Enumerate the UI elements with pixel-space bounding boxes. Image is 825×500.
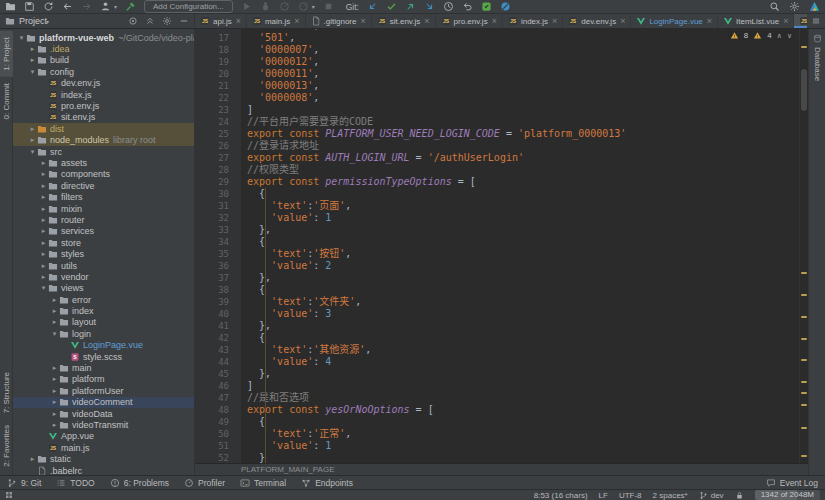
sync-icon[interactable] [43, 1, 54, 12]
tree-chevron-icon[interactable]: ▾ [28, 148, 37, 156]
close-tab-icon[interactable]: × [236, 17, 241, 25]
tree-chevron-icon[interactable]: ▸ [39, 193, 48, 201]
line-ending-indicator[interactable]: LF [599, 491, 608, 500]
close-tab-icon[interactable]: × [707, 17, 712, 25]
tree-chevron-icon[interactable]: ▸ [50, 387, 59, 395]
tree-chevron-icon[interactable]: ▸ [39, 159, 48, 167]
tree-chevron-icon[interactable]: ▾ [28, 68, 37, 76]
tab-api.js[interactable]: api.js× [195, 14, 247, 28]
toolwindow-button-0-Commit[interactable]: 0: Commit [0, 77, 13, 125]
tree-item-store[interactable]: ▸store [13, 237, 194, 248]
tab-commonConstants.js[interactable]: commonConstants.js× [794, 14, 807, 28]
debug-icon[interactable] [260, 1, 271, 12]
tree-item-sit.env.js[interactable]: sit.env.js [13, 112, 194, 123]
profiler-icon[interactable] [298, 1, 309, 12]
tree-item-config[interactable]: ▾config [13, 66, 194, 77]
tree-chevron-icon[interactable]: ▸ [28, 455, 37, 463]
tree-item-pro.env.js[interactable]: pro.env.js [13, 100, 194, 111]
tree-root[interactable]: ▾platform-vue-web ~/GitCode/video-platf [13, 32, 194, 43]
scrollbar-thumb[interactable] [801, 69, 807, 111]
locate-file-icon[interactable] [128, 16, 138, 26]
tree-chevron-icon[interactable]: ▾ [50, 330, 59, 338]
tree-chevron-icon[interactable]: ▸ [39, 216, 48, 224]
tree-chevron-icon[interactable]: ▸ [39, 273, 48, 281]
prev-problem-icon[interactable]: ∧ [777, 32, 782, 40]
tree-item-mixin[interactable]: ▸mixin [13, 203, 194, 214]
indent-indicator[interactable]: 2 spaces* [653, 491, 688, 500]
tree-item-LoginPage.vue[interactable]: LoginPage.vue [13, 340, 194, 351]
tree-chevron-icon[interactable]: ▸ [39, 170, 48, 178]
toolwindow-6-problems[interactable]: 6: Problems [110, 478, 169, 488]
tree-chevron-icon[interactable]: ▸ [50, 421, 59, 429]
build-icon[interactable] [125, 1, 136, 12]
run-icon[interactable] [241, 1, 252, 12]
close-tab-icon[interactable]: × [552, 17, 557, 25]
tree-item-videoComment[interactable]: ▸videoComment [13, 397, 194, 408]
tree-chevron-icon[interactable]: ▸ [50, 364, 59, 372]
toolwindow-button-7-Structure[interactable]: 7: Structure [0, 366, 13, 419]
toolwindow-profiler[interactable]: Profiler [184, 478, 225, 488]
toolwindow-terminal[interactable]: Terminal [240, 478, 286, 488]
toolwindow-button-database[interactable]: Database [810, 47, 825, 81]
plugin-green-icon[interactable] [481, 1, 492, 12]
lock-icon[interactable] [735, 491, 744, 500]
tree-item-main.js[interactable]: main.js [13, 442, 194, 453]
tree-item-index[interactable]: ▸index [13, 305, 194, 316]
tree-chevron-icon[interactable]: ▸ [28, 45, 37, 53]
tab-ItemList.vue[interactable]: ItemList.vue× [718, 14, 794, 28]
plugin-blue-icon[interactable] [500, 1, 511, 12]
error-stripe[interactable] [799, 29, 808, 463]
breadcrumb-symbol[interactable]: PLATFORM_MAIN_PAGE [241, 465, 335, 474]
settings-gear-icon[interactable] [789, 1, 800, 12]
tree-item-node_modules[interactable]: ▸node_modules library root [13, 135, 194, 146]
history-icon[interactable] [443, 1, 454, 12]
back-icon[interactable] [62, 1, 73, 12]
tree-item-layout[interactable]: ▸layout [13, 317, 194, 328]
breadcrumbs[interactable]: PLATFORM_MAIN_PAGE [195, 463, 808, 475]
tree-item-dev.env.js[interactable]: dev.env.js [13, 78, 194, 89]
tree-item-platformUser[interactable]: ▸platformUser [13, 385, 194, 396]
tree-item-.idea[interactable]: ▸.idea [13, 43, 194, 54]
caret-position[interactable]: 8:53 (16 chars) [534, 491, 588, 500]
tree-item-assets[interactable]: ▸assets [13, 157, 194, 168]
toolwindow-9-git[interactable]: 9: Git [7, 478, 41, 488]
toolwindow-button-2-Favorites[interactable]: 2: Favorites [0, 419, 13, 473]
close-tab-icon[interactable]: × [620, 17, 625, 25]
tree-chevron-icon[interactable]: ▸ [39, 250, 48, 258]
hide-panel-icon[interactable] [179, 16, 189, 26]
tree-item-App.vue[interactable]: App.vue [13, 431, 194, 442]
rollback-icon[interactable] [462, 1, 473, 12]
close-tab-icon[interactable]: × [783, 17, 788, 25]
stop-icon[interactable] [323, 1, 334, 12]
git-branch-widget[interactable]: dev [699, 491, 724, 500]
tab-sit.env.js[interactable]: sit.env.js× [372, 14, 436, 28]
tree-item-directive[interactable]: ▸directive [13, 180, 194, 191]
tree-item-router[interactable]: ▸router [13, 214, 194, 225]
tree-item-src[interactable]: ▾src [13, 146, 194, 157]
tree-chevron-icon[interactable]: ▸ [50, 318, 59, 326]
search-everywhere-icon[interactable] [769, 1, 780, 12]
toolwindow-todo[interactable]: TODO [56, 478, 94, 488]
git-push-icon[interactable] [405, 1, 416, 12]
panel-settings-icon[interactable] [162, 16, 172, 26]
tree-item-static[interactable]: ▸static [13, 453, 194, 464]
tree-item-views[interactable]: ▾views [13, 283, 194, 294]
tab-dev.env.js[interactable]: dev.env.js× [563, 14, 631, 28]
tree-chevron-icon[interactable]: ▸ [39, 239, 48, 247]
tree-chevron-icon[interactable]: ▸ [50, 375, 59, 383]
tree-chevron-icon[interactable]: ▸ [39, 205, 48, 213]
tab-index.js[interactable]: index.js× [503, 14, 563, 28]
next-problem-icon[interactable]: ∨ [787, 32, 792, 40]
tree-item-filters[interactable]: ▸filters [13, 191, 194, 202]
close-tab-icon[interactable]: × [294, 17, 299, 25]
tree-chevron-icon[interactable]: ▸ [28, 125, 37, 133]
memory-indicator[interactable]: 1342 of 2048M [755, 490, 820, 500]
save-all-icon[interactable] [24, 1, 35, 12]
tree-item-index.js[interactable]: index.js [13, 89, 194, 100]
collapse-all-icon[interactable] [145, 16, 155, 26]
coverage-icon[interactable] [279, 1, 290, 12]
code-editor[interactable]: 16 '0000009',17 '501',18 '0000007',19 '0… [195, 29, 808, 463]
tree-item-error[interactable]: ▸error [13, 294, 194, 305]
git-commit-icon[interactable] [386, 1, 397, 12]
tree-chevron-icon[interactable]: ▸ [50, 296, 59, 304]
